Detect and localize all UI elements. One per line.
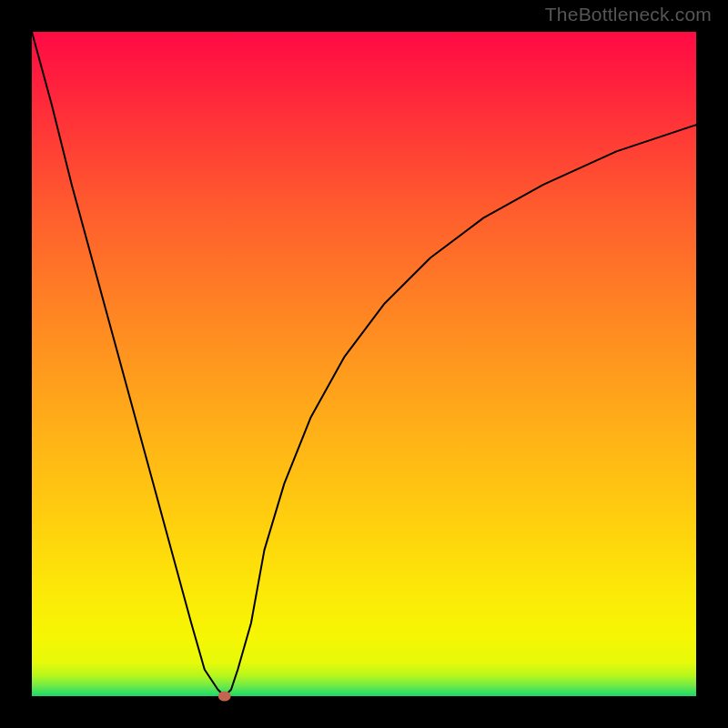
- watermark-text: TheBottleneck.com: [545, 4, 712, 25]
- min-marker-dot: [218, 692, 231, 702]
- bottleneck-curve: [32, 32, 696, 696]
- chart-frame: TheBottleneck.com: [0, 0, 728, 728]
- plot-area: [32, 32, 696, 696]
- plot-svg: [32, 32, 696, 696]
